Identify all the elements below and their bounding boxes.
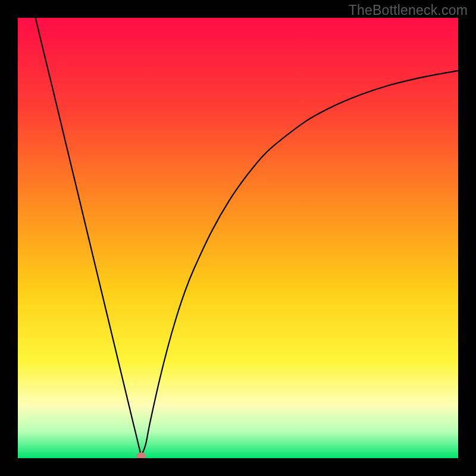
plot-area	[18, 18, 458, 458]
plot-svg	[18, 18, 458, 458]
attribution-text: TheBottleneck.com	[349, 2, 468, 18]
chart-frame: TheBottleneck.com	[0, 0, 476, 476]
